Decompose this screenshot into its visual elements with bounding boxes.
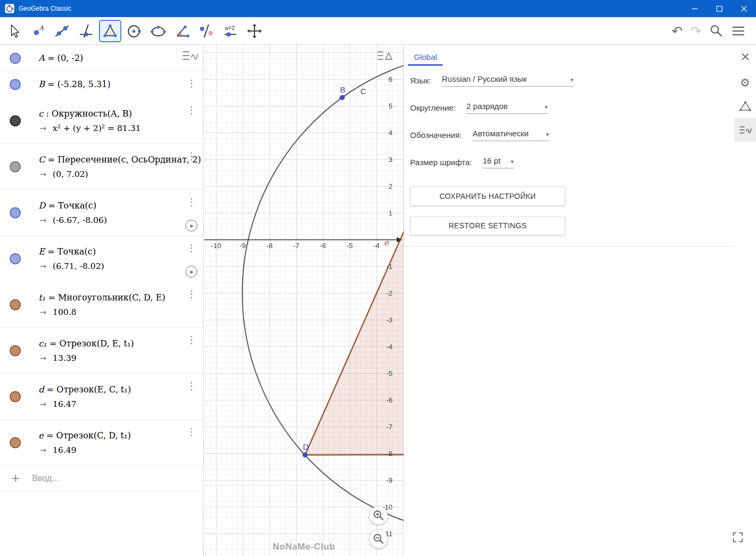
rounding-field: Округление:2 разрядов▾: [404, 94, 734, 121]
rounding-select[interactable]: 2 разрядов▾: [466, 102, 547, 114]
maximize-icon: [716, 6, 722, 12]
algebra-style-bar-icon: [181, 49, 198, 63]
row-menu-button[interactable]: ⋮: [187, 381, 196, 391]
point-tool-button[interactable]: A: [27, 20, 49, 42]
visibility-marble[interactable]: [10, 253, 21, 264]
settings-graphics-tab[interactable]: [734, 95, 756, 118]
row-menu-button[interactable]: ⋮: [187, 78, 196, 89]
slider-tool-icon: a=2: [222, 23, 238, 39]
row-menu-button[interactable]: ⋮: [187, 105, 196, 115]
algebra-row-c₁[interactable]: c₁ = Отрезок(D, E, t₁)→13.39⋮: [0, 328, 203, 374]
zoom-in-button[interactable]: [369, 506, 388, 524]
settings-panel: Global Язык:Russian / Русский язык▾Округ…: [404, 45, 756, 556]
algebra-row-text: d = Отрезок(E, C, t₁)→16.47: [38, 384, 153, 409]
zoom-out-button[interactable]: [369, 530, 388, 548]
geogebra-window: GeoGebra Classic Aa=2 ↶ ↷: [0, 0, 756, 556]
font-size-select[interactable]: 16 pt▾: [483, 156, 514, 168]
circle-with-center-tool-button[interactable]: [123, 20, 145, 42]
visibility-marble[interactable]: [10, 161, 21, 172]
object-label-C: C: [360, 87, 366, 96]
row-menu-button[interactable]: ⋮: [187, 243, 196, 253]
minimize-button[interactable]: [682, 0, 707, 17]
menu-button[interactable]: [731, 24, 746, 38]
redo-button[interactable]: ↷: [690, 24, 701, 38]
algebra-input[interactable]: [31, 473, 203, 484]
perpendicular-line-tool-button[interactable]: [75, 20, 97, 42]
algebra-row-A[interactable]: A = (0, -2): [0, 45, 203, 71]
algebra-row-d[interactable]: d = Отрезок(E, C, t₁)→16.47⋮: [0, 374, 203, 420]
rounding-label: Округление:: [410, 103, 456, 112]
visibility-marble[interactable]: [10, 207, 21, 218]
y-tick-label: 3: [389, 156, 392, 164]
close-icon: [741, 6, 747, 12]
slider-tool-button[interactable]: a=2: [219, 20, 242, 42]
settings-algebra-tab[interactable]: [734, 118, 756, 142]
object-label-e: e: [384, 238, 389, 248]
row-menu-button[interactable]: ⋮: [187, 289, 196, 299]
y-tick-label: -6: [386, 396, 392, 404]
language-select[interactable]: Russian / Русский язык▾: [442, 74, 573, 87]
algebra-settings-icon: [738, 123, 752, 136]
graphics-canvas[interactable]: -10-9-8-7-6-5-4654321-1-2-3-4-5-6-7-8-9-…: [204, 45, 404, 556]
settings-tabbar: Global: [404, 45, 734, 66]
move-graphics-view-tool-button[interactable]: [243, 20, 266, 42]
line-tool-icon: [54, 23, 70, 39]
algebra-row-B[interactable]: B = (-5.28, 5.31)⋮: [0, 71, 203, 98]
row-menu-button[interactable]: ⋮: [187, 151, 196, 161]
visibility-marble[interactable]: [10, 345, 21, 356]
row-menu-button[interactable]: ⋮: [187, 197, 196, 207]
maximize-button[interactable]: [707, 0, 731, 17]
window-controls: [682, 0, 756, 17]
algebra-row-e[interactable]: e = Отрезок(C, D, t₁)→16.49⋮: [0, 420, 203, 466]
restore-settings-button[interactable]: RESTORE SETTINGS: [410, 216, 565, 235]
close-button[interactable]: [731, 0, 756, 17]
y-tick-label: 2: [389, 182, 392, 190]
graphics-view[interactable]: -10-9-8-7-6-5-4654321-1-2-3-4-5-6-7-8-9-…: [204, 45, 404, 556]
angle-tool-button[interactable]: [171, 20, 194, 42]
play-animation-button[interactable]: ▶: [186, 266, 197, 277]
row-menu-button[interactable]: ⋮: [187, 335, 196, 345]
move-tool-button[interactable]: [3, 20, 25, 42]
algebra-row-E[interactable]: E = Точка(c)→(6.71, -8.02)⋮▶: [0, 236, 203, 282]
visibility-marble[interactable]: [10, 299, 21, 310]
ellipse-tool-button[interactable]: [147, 20, 169, 42]
reflect-about-line-tool-button[interactable]: [195, 20, 218, 42]
tab-global-label: Global: [414, 52, 437, 61]
labeling-field: Обозначения:Автоматически▾: [404, 121, 734, 149]
point-D[interactable]: [303, 453, 307, 457]
gear-icon: ⚙: [740, 76, 750, 89]
point-B[interactable]: [340, 95, 344, 99]
x-tick-label: -4: [373, 242, 380, 250]
save-settings-button[interactable]: СОХРАНИТЬ НАСТРОЙКИ: [410, 187, 565, 206]
visibility-marble[interactable]: [10, 391, 21, 402]
play-animation-button[interactable]: ▶: [186, 220, 197, 231]
algebra-row-c[interactable]: c : Окружность(A, B)→x² + (y + 2)² = 81.…: [0, 98, 203, 144]
undo-button[interactable]: ↶: [672, 24, 683, 38]
labeling-select[interactable]: Автоматически▾: [473, 129, 549, 141]
svg-text:a=2: a=2: [225, 24, 235, 30]
algebra-row-text: t₁ = Многоугольник(C, D, E)→100.8: [38, 292, 188, 317]
polygon-t1[interactable]: [305, 52, 404, 455]
settings-card: Global Язык:Russian / Русский язык▾Округ…: [404, 45, 734, 246]
algebra-row-D[interactable]: D = Точка(c)→(-6.67, -8.06)⋮▶: [0, 190, 203, 236]
algebra-row-C[interactable]: C = Пересечение(c, ОсьОрдинат, 2)→(0, 7.…: [0, 144, 203, 190]
visibility-marble[interactable]: [10, 437, 21, 448]
search-button[interactable]: [709, 24, 723, 38]
settings-global-tab[interactable]: ⚙: [734, 71, 756, 95]
visibility-marble[interactable]: [10, 79, 21, 90]
algebra-style-bar-button[interactable]: [181, 49, 198, 63]
algebra-row-t₁[interactable]: t₁ = Многоугольник(C, D, E)→100.8⋮: [0, 282, 203, 328]
visibility-marble[interactable]: [10, 52, 21, 64]
point-label-D: D: [303, 442, 309, 451]
visibility-marble[interactable]: [10, 115, 21, 126]
close-settings-button[interactable]: [738, 50, 752, 64]
polygon-tool-button[interactable]: [99, 20, 121, 42]
algebra-input-row[interactable]: +: [0, 466, 203, 491]
line-tool-button[interactable]: [51, 20, 73, 42]
polygon-tool-icon: [102, 23, 118, 39]
tab-global[interactable]: Global: [408, 48, 443, 66]
row-menu-button[interactable]: ⋮: [187, 427, 196, 437]
graphics-style-bar-button[interactable]: [376, 49, 393, 63]
fullscreen-button[interactable]: [731, 531, 744, 544]
algebra-rows: A = (0, -2)B = (-5.28, 5.31)⋮c : Окружно…: [0, 45, 203, 466]
